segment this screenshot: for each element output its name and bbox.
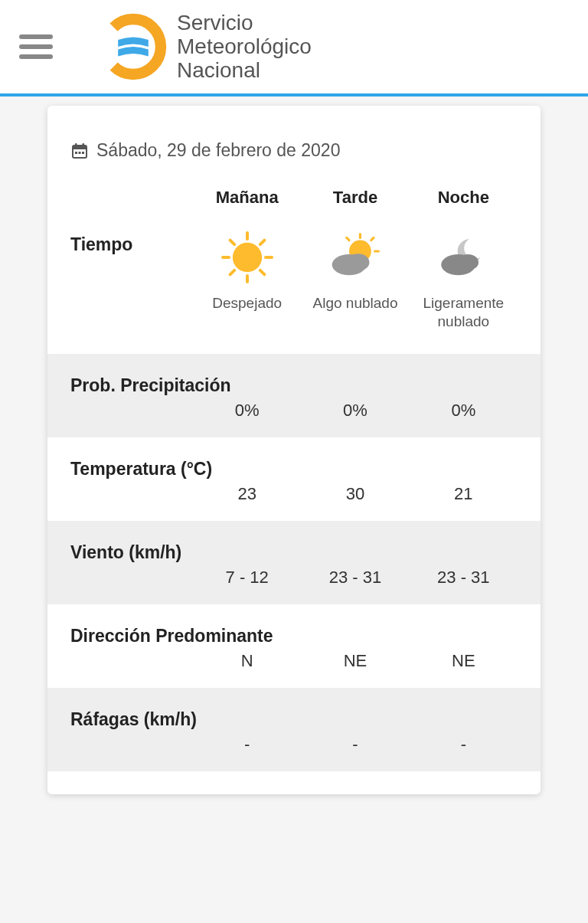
menu-button[interactable] — [19, 34, 53, 59]
sun-icon — [217, 227, 278, 288]
temp-label: Temperatura (°C) — [70, 451, 518, 484]
logo[interactable]: Servicio Meteorológico Nacional — [99, 11, 312, 82]
precip-morning: 0% — [193, 401, 301, 421]
svg-line-14 — [260, 270, 264, 275]
forecast-table: Mañana Tarde Noche Tiempo — [70, 188, 518, 771]
gusts-morning: - — [193, 735, 301, 754]
forecast-date: Sábado, 29 de febrero de 2020 — [96, 140, 340, 161]
org-line: Nacional — [177, 59, 312, 83]
org-line: Servicio — [177, 11, 312, 35]
weather-label: Tiempo — [70, 227, 193, 255]
app-header: Servicio Meteorológico Nacional — [0, 0, 588, 97]
svg-rect-4 — [83, 143, 85, 147]
temp-afternoon: 30 — [301, 484, 409, 504]
weather-morning-text: Despejado — [193, 294, 301, 313]
wind-row: Viento (km/h) 7 - 12 23 - 31 23 - 31 — [47, 521, 541, 604]
precipitation-row: Prob. Precipitación 0% 0% 0% — [47, 354, 541, 437]
gusts-row: Ráfagas (km/h) - - - — [47, 688, 541, 771]
temperature-row: Temperatura (°C) 23 30 21 — [70, 437, 518, 521]
column-headers: Mañana Tarde Noche — [70, 188, 518, 208]
col-night: Noche — [410, 188, 518, 208]
weather-night: Ligeramente nublado — [410, 227, 518, 331]
partly-cloudy-icon — [325, 227, 386, 288]
svg-rect-6 — [79, 152, 81, 154]
svg-line-13 — [230, 241, 234, 245]
temp-morning: 23 — [193, 484, 301, 504]
gusts-label: Ráfagas (km/h) — [70, 702, 518, 735]
svg-point-25 — [458, 254, 479, 270]
svg-line-20 — [371, 238, 374, 241]
direction-label: Dirección Predominante — [70, 618, 518, 651]
wind-night: 23 - 31 — [410, 568, 518, 588]
weather-afternoon: Algo nublado — [301, 227, 409, 313]
svg-point-23 — [348, 254, 370, 271]
night-cloudy-icon — [433, 227, 494, 288]
precip-afternoon: 0% — [301, 401, 409, 421]
wind-label: Viento (km/h) — [70, 535, 518, 568]
temp-night: 21 — [410, 484, 518, 504]
wind-afternoon: 23 - 31 — [301, 568, 409, 588]
precip-night: 0% — [410, 401, 518, 421]
svg-line-16 — [260, 241, 264, 245]
svg-rect-3 — [75, 143, 77, 147]
svg-point-8 — [232, 243, 261, 272]
direction-morning: N — [193, 651, 301, 671]
gusts-night: - — [410, 735, 518, 754]
calendar-icon — [70, 142, 89, 160]
direction-night: NE — [410, 651, 518, 671]
org-line: Meteorológico — [177, 35, 312, 59]
precip-label: Prob. Precipitación — [70, 368, 518, 401]
svg-line-21 — [347, 238, 349, 241]
direction-row: Dirección Predominante N NE NE — [70, 604, 518, 688]
svg-rect-7 — [82, 152, 84, 154]
svg-line-15 — [230, 270, 234, 275]
weather-morning: Despejado — [193, 227, 301, 313]
forecast-card: Sábado, 29 de febrero de 2020 Mañana Tar… — [47, 106, 541, 794]
forecast-date-row: Sábado, 29 de febrero de 2020 — [70, 140, 518, 161]
col-morning: Mañana — [193, 188, 301, 208]
svg-rect-5 — [75, 152, 77, 154]
direction-afternoon: NE — [301, 651, 409, 671]
wind-morning: 7 - 12 — [193, 568, 301, 588]
svg-rect-2 — [73, 146, 87, 149]
gusts-afternoon: - — [301, 735, 409, 754]
org-name: Servicio Meteorológico Nacional — [177, 11, 312, 82]
weather-night-text: Ligeramente nublado — [410, 294, 518, 331]
weather-afternoon-text: Algo nublado — [301, 294, 409, 313]
col-afternoon: Tarde — [301, 188, 409, 208]
weather-row: Tiempo — [70, 227, 518, 354]
smn-logo-icon — [99, 12, 168, 81]
